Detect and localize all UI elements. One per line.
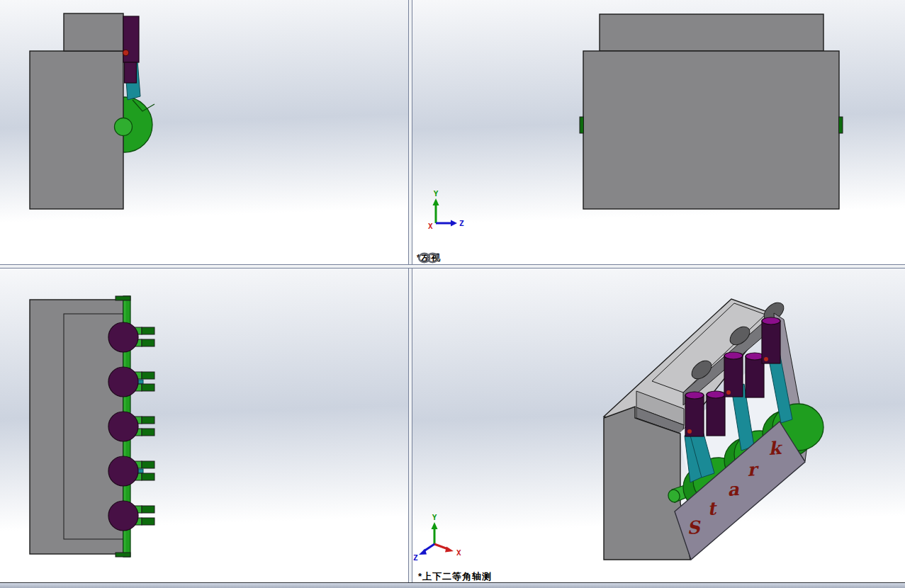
axis-x-label: X [428, 222, 433, 231]
engine-block-left-view[interactable] [583, 14, 839, 209]
axis-triad-icon: Y X Z [413, 513, 461, 562]
left-view-drawing: Y Z X [412, 0, 905, 264]
viewport-splitter-horizontal[interactable] [0, 264, 905, 268]
axis-y-label: Y [432, 513, 437, 522]
window-bottom-edge [0, 582, 905, 588]
axis-y-label: Y [434, 189, 439, 198]
view-label-text: *上下二等角轴测 [418, 570, 492, 582]
viewport-bottom-left-top-view[interactable] [0, 268, 408, 582]
viewport-top-right-left-view[interactable]: Y Z X *左视 [412, 0, 905, 264]
viewport-bottom-right-isometric[interactable]: S t a r k Y X Z *上下二等角轴测 [412, 268, 905, 582]
wrist-pin-dot [764, 357, 768, 361]
viewport-splitter-vertical[interactable] [408, 0, 412, 582]
wrist-pin-dot [726, 390, 731, 395]
wrist-pin-dot [123, 50, 128, 55]
crank-hub[interactable] [115, 118, 133, 136]
axis-x-label: X [456, 548, 461, 558]
cad-multi-viewport-window: Y Z X *左视 [0, 0, 905, 588]
axis-triad-icon: Y Z X [428, 189, 464, 231]
view-orientation-label: *左视 [417, 251, 441, 264]
engraved-letter: a [726, 479, 740, 500]
side-view-drawing [0, 0, 408, 264]
piston-side[interactable] [123, 16, 139, 83]
view-orientation-label: *上下二等角轴测 [418, 570, 492, 582]
engine-block-side[interactable] [30, 13, 123, 209]
isometric-assembly-drawing: S t a r k Y X Z [412, 268, 905, 582]
wrist-pin-dot [687, 429, 692, 434]
link-chain-icon [417, 251, 441, 264]
top-view-drawing [0, 268, 408, 582]
axis-z-label: Z [413, 553, 418, 562]
axis-z-label: Z [459, 219, 464, 228]
viewport-top-left-side-view[interactable] [0, 0, 408, 264]
